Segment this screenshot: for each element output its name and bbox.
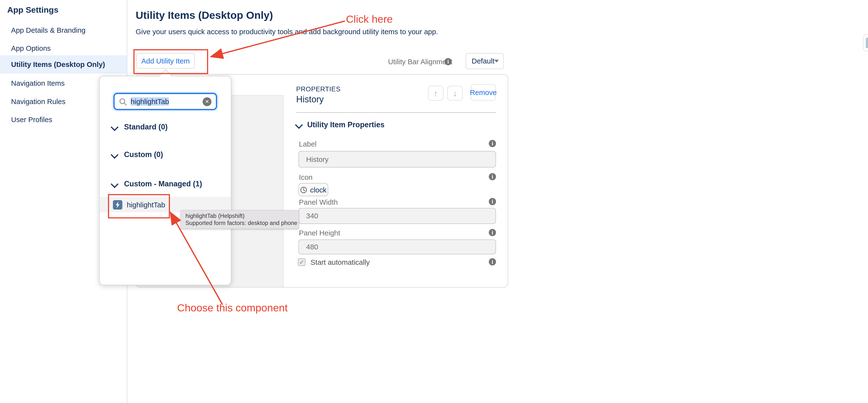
properties-eyebrow: PROPERTIES [296,85,340,93]
sidebar-item-app-options[interactable]: App Options [0,39,127,58]
remove-button[interactable]: Remove [470,84,496,101]
section-custom-managed-label: Custom - Managed (1) [124,180,202,188]
panel-width-label: Panel Width [299,198,338,206]
chevron-down-icon [111,123,119,131]
move-up-button[interactable]: ↑ [428,86,443,101]
utility-search-input[interactable]: highlightTab ✕ [114,93,217,110]
info-icon[interactable]: i [489,229,496,236]
chevron-down-icon [111,180,119,188]
section-custom-label: Custom (0) [124,150,163,159]
info-icon[interactable]: i [489,140,496,147]
tooltip-line-1: highlightTab (Helpshift) [185,212,294,219]
label-field-label: Label [299,140,317,148]
lightning-bolt-icon [115,201,121,208]
alignment-dropdown[interactable]: Default [466,53,504,69]
search-icon [119,98,127,105]
chevron-down-icon [111,151,119,159]
section-title: Utility Item Properties [307,121,384,129]
component-result-label: highlightTab [127,201,165,209]
panel-height-input[interactable]: 480 [298,239,496,254]
arrow-down-icon: ↓ [453,89,457,98]
page-title: Utility Items (Desktop Only) [136,9,273,22]
sidebar-item-utility-items[interactable]: Utility Items (Desktop Only) [0,55,127,73]
info-icon[interactable]: i [444,58,452,65]
icon-field-label: Icon [299,173,313,181]
check-icon: ✓ [299,259,304,266]
panel-width-input[interactable]: 340 [298,208,496,224]
move-down-button[interactable]: ↓ [447,86,463,101]
alignment-dropdown-value: Default [472,57,494,65]
app-manager-utility-items-screen: App Settings App Details & Branding App … [0,0,868,403]
component-tooltip: highlightTab (Helpshift) Supported form … [181,210,299,229]
caret-down-icon [494,60,499,63]
edge-widget-thumb [866,38,868,48]
arrow-up-icon: ↑ [434,89,438,98]
section-custom-managed[interactable]: Custom - Managed (1) [112,180,202,188]
page-description: Give your users quick access to producti… [136,28,438,36]
clock-icon [300,186,307,193]
selected-utility-item-name: History [296,95,324,104]
annotation-choose-component: Choose this component [177,302,287,314]
utility-item-properties-section-header[interactable]: Utility Item Properties [296,121,384,129]
label-field-input[interactable]: History [298,151,496,168]
info-icon[interactable]: i [489,198,496,205]
start-automatically-checkbox[interactable]: ✓ [298,258,306,266]
tooltip-line-2: Supported form factors: desktop and phon… [185,220,294,227]
sidebar-title: App Settings [7,5,58,14]
search-input-value: highlightTab [130,97,169,105]
divider [296,112,496,113]
lightning-component-icon [113,200,122,209]
panel-height-label: Panel Height [299,229,340,237]
annotation-click-here: Click here [346,13,393,25]
clear-icon[interactable]: ✕ [203,97,212,106]
section-custom[interactable]: Custom (0) [112,150,163,159]
icon-picker-button[interactable]: clock [298,183,328,196]
edge-widget-fragment[interactable] [863,34,868,51]
info-icon[interactable]: i [489,173,496,180]
section-standard-label: Standard (0) [124,123,167,131]
section-standard[interactable]: Standard (0) [112,123,167,131]
panel-height-value: 480 [306,243,318,251]
utility-bar-alignment-label: Utility Bar Alignment [388,57,452,66]
sidebar-item-app-details-branding[interactable]: App Details & Branding [0,21,127,39]
chevron-down-icon [295,121,303,129]
panel-width-value: 340 [306,212,318,220]
add-utility-item-popover: highlightTab ✕ Standard (0) Custom (0) C… [99,76,231,285]
label-field-value: History [306,155,329,163]
icon-field-value: clock [310,186,327,194]
start-automatically-label: Start automatically [311,258,370,266]
annotation-arrow-click-here [212,21,345,57]
popover-nubbin [158,69,173,83]
info-icon[interactable]: i [489,258,496,265]
add-utility-item-button[interactable]: Add Utility Item [136,53,195,68]
